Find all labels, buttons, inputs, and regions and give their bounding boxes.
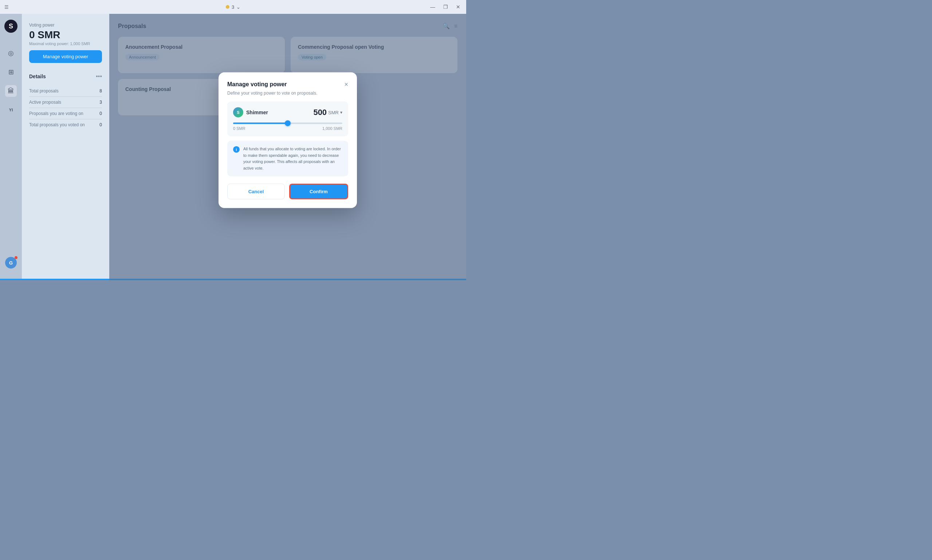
slider-thumb[interactable] (285, 120, 291, 126)
restore-button[interactable]: ❐ (442, 3, 449, 11)
confirm-button[interactable]: Confirm (289, 184, 348, 199)
cancel-button[interactable]: Cancel (227, 184, 285, 199)
voting-power-amount: 0 SMR (29, 29, 102, 41)
voting-power-label: Voting power (29, 23, 102, 28)
token-section: S Shimmer 500 SMR ▾ 0 SMR (227, 102, 348, 137)
slider-range: 0 SMR 1,000 SMR (233, 126, 343, 131)
titlebar-dot (226, 5, 230, 9)
detail-label-voted: Total proposals you voted on (29, 122, 85, 127)
titlebar: ☰ 3 ⌄ — ❐ ✕ (0, 0, 466, 14)
tab-count: 3 (231, 5, 234, 10)
user-letter: G (9, 260, 13, 266)
close-button[interactable]: ✕ (455, 3, 462, 11)
user-avatar[interactable]: G (5, 257, 17, 269)
detail-label-active: Active proposals (29, 100, 61, 105)
modal-header: Manage voting power × (227, 81, 348, 88)
sidebar-bottom: G (5, 257, 17, 274)
hamburger-icon[interactable]: ☰ (5, 5, 9, 10)
info-text: All funds that you allocate to voting ar… (243, 146, 343, 171)
manage-voting-power-modal: Manage voting power × Define your voting… (219, 72, 357, 208)
token-dropdown-icon[interactable]: ▾ (340, 110, 343, 115)
chevron-down-icon[interactable]: ⌄ (236, 5, 241, 10)
modal-title: Manage voting power (227, 81, 287, 88)
info-icon: i (233, 146, 240, 153)
detail-label-total: Total proposals (29, 88, 59, 94)
token-amount-container: 500 SMR ▾ (313, 108, 343, 117)
detail-value-total: 8 (99, 88, 102, 94)
minimize-button[interactable]: — (429, 3, 437, 11)
detail-row-voted: Total proposals you voted on 0 (29, 119, 102, 130)
token-icon: S (233, 107, 243, 117)
modal-actions: Cancel Confirm (227, 184, 348, 199)
left-panel: Voting power 0 SMR Maximal voting power:… (22, 14, 109, 280)
info-box: i All funds that you allocate to voting … (227, 141, 348, 177)
sidebar-item-apps[interactable]: ⊞ (5, 66, 17, 78)
token-amount: 500 (313, 108, 327, 117)
sidebar-item-governance[interactable]: 🏛 (5, 85, 17, 97)
details-more-icon[interactable]: ••• (96, 73, 102, 80)
sidebar-item-chart[interactable]: ◎ (5, 47, 17, 59)
voting-power-section: Voting power 0 SMR Maximal voting power:… (29, 23, 102, 63)
app-logo[interactable]: S (5, 20, 17, 33)
detail-label-voting-on: Proposals you are voting on (29, 111, 83, 116)
app-container: S ◎ ⊞ 🏛 YI G Voting power 0 SMR Maximal … (0, 14, 466, 280)
sidebar-item-settings[interactable]: YI (5, 104, 17, 116)
token-unit: SMR (328, 109, 339, 115)
sidebar: S ◎ ⊞ 🏛 YI G (0, 14, 22, 280)
slider-container[interactable]: 0 SMR 1,000 SMR (233, 123, 343, 131)
slider-track (233, 123, 343, 124)
token-info: S Shimmer (233, 107, 268, 117)
details-section: Details ••• Total proposals 8 Active pro… (29, 73, 102, 130)
detail-value-active: 3 (99, 100, 102, 105)
manage-voting-power-button[interactable]: Manage voting power (29, 50, 102, 63)
detail-value-voting-on: 0 (99, 111, 102, 116)
detail-row-active: Active proposals 3 (29, 97, 102, 108)
sidebar-nav: ◎ ⊞ 🏛 YI (5, 47, 17, 116)
logo-letter: S (9, 23, 13, 30)
token-name: Shimmer (246, 109, 268, 115)
titlebar-left: ☰ (5, 5, 9, 10)
slider-max: 1,000 SMR (322, 126, 343, 131)
main-content: Proposals 🔍 ≡ Anouncement Proposal Annou… (109, 14, 466, 280)
details-title: Details (29, 74, 46, 79)
voting-power-max: Maximal voting power: 1,000 SMR (29, 42, 102, 46)
details-header: Details ••• (29, 73, 102, 80)
titlebar-right: — ❐ ✕ (429, 3, 462, 11)
detail-row-total: Total proposals 8 (29, 86, 102, 97)
detail-value-voted: 0 (99, 122, 102, 127)
modal-subtitle: Define your voting power to vote on prop… (227, 91, 348, 96)
modal-close-button[interactable]: × (344, 81, 348, 88)
token-row: S Shimmer 500 SMR ▾ (233, 107, 343, 117)
detail-row-voting-on: Proposals you are voting on 0 (29, 108, 102, 119)
slider-min: 0 SMR (233, 126, 245, 131)
titlebar-center: 3 ⌄ (226, 5, 241, 10)
slider-fill (233, 123, 288, 124)
